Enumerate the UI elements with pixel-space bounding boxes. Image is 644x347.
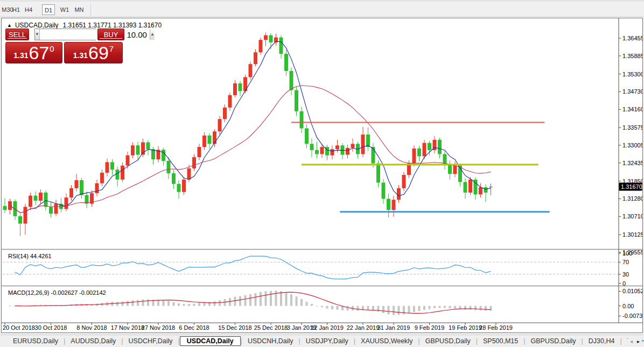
application-window: M30H1H4D1W1MN 1.364551.358851.353001.347… [0, 0, 644, 347]
timeframe-button-d1[interactable]: D1 [42, 4, 55, 15]
rsi-axis-label: 0 [622, 280, 626, 287]
buy-button[interactable]: BUY [97, 29, 124, 40]
tab-eurusd-daily[interactable]: EURUSD,Daily [8, 336, 64, 346]
sell-price-button[interactable]: 1.31 67 0 [5, 42, 62, 63]
timeframe-toolbar: M30H1H4D1W1MN [0, 0, 644, 17]
symbol-title: USDCAD,Daily [15, 22, 59, 29]
tab-scroll-right-icon[interactable]: ▸ [637, 338, 640, 344]
macd-axis-label: 0.010525 [622, 288, 642, 294]
price-axis-label: 1.33005 [622, 142, 642, 148]
price-axis-label: 1.35300 [622, 71, 642, 77]
sell-price-prefix: 1.31 [13, 51, 28, 60]
tab-scroll-arrows: ◂ ▸ [628, 335, 642, 347]
tab-gbpusd-daily[interactable]: GBPUSD,Daily [420, 336, 476, 346]
timeframe-button-w1[interactable]: W1 [58, 4, 71, 15]
symbol-tab-bar: EURUSD,Daily|AUDUSD,Daily|USDCHF,Daily|U… [0, 335, 644, 347]
price-axis-label: 1.34730 [622, 88, 642, 95]
volume-input[interactable] [40, 29, 150, 40]
buy-price-button[interactable]: 1.31 69 7 [64, 42, 123, 63]
date-axis-label: 22 Jan 2019 [347, 324, 380, 331]
price-axis: 1.364551.358851.353001.347301.341601.335… [619, 35, 642, 256]
price-axis-label: 1.30125 [622, 231, 642, 238]
date-axis-label: 8 Nov 2018 [76, 324, 107, 331]
macd-axis: 0.0105250.00-0.0073 [619, 288, 642, 319]
timeframe-button-h4[interactable]: H4 [23, 4, 34, 15]
tab-audusd-daily[interactable]: AUDUSD,Daily [65, 336, 121, 346]
date-axis-label: 20 Oct 2018 [3, 324, 35, 331]
tab-xauusd-weekly[interactable]: XAUUSD,Weekly [355, 336, 418, 346]
macd-indicator-label: MACD(12,26,9) -0.002627 -0.002142 [8, 289, 106, 296]
trend-lines-layer [291, 123, 550, 212]
rsi-line [15, 256, 491, 279]
price-axis-label: 1.34160 [622, 106, 642, 112]
date-axis-label: 30 Oct 2018 [35, 324, 67, 331]
date-axis-label: 6 Dec 2018 [179, 324, 209, 331]
sell-price-sup: 0 [50, 44, 54, 53]
price-axis-label: 1.35885 [622, 53, 642, 59]
sell-button[interactable]: SELL [5, 29, 29, 40]
volume-decrease-icon[interactable]: ▼ [35, 29, 40, 40]
price-axis-label: 1.30710 [622, 213, 642, 219]
date-axis-label: 19 Feb 2019 [449, 324, 482, 331]
collapse-triangle-icon[interactable]: ▲ [7, 23, 12, 28]
current-price-label: 1.31670 [621, 183, 642, 190]
price-axis-label: 1.36455 [622, 35, 642, 41]
current-price-tag: 1.31670 [619, 182, 642, 190]
price-axis-label: 1.33575 [622, 124, 642, 131]
chart-title: ▲ USDCAD,Daily 1.31651 1.31771 1.31393 1… [7, 22, 162, 29]
tab-usdjpy-daily[interactable]: USDJPY,Daily [300, 336, 354, 346]
sell-price-big: 67 [29, 44, 50, 62]
rsi-axis: 10070300 [619, 250, 632, 287]
rsi-gridlines [3, 262, 619, 274]
date-axis: 20 Oct 201830 Oct 20188 Nov 201817 Nov 2… [3, 323, 513, 331]
toolbar-separator [90, 4, 91, 16]
date-axis-label: 28 Feb 2019 [479, 324, 513, 331]
date-axis-label: 15 Dec 2018 [218, 324, 251, 331]
tab-usdcad-daily[interactable]: USDCAD,Daily [180, 336, 241, 346]
date-axis-label: 25 Dec 2018 [254, 324, 288, 331]
buy-price-big: 69 [88, 44, 109, 62]
ohlc-values: 1.31651 1.31771 1.31393 1.31670 [63, 22, 162, 29]
date-axis-label: 12 Jan 2019 [311, 324, 344, 331]
rsi-axis-label: 100 [622, 250, 632, 257]
buy-price-prefix: 1.31 [73, 51, 88, 60]
tab-usdchf-daily[interactable]: USDCHF,Daily [123, 336, 178, 346]
price-chart[interactable]: 1.364551.358851.353001.347301.341601.335… [2, 18, 642, 332]
date-axis-label: 17 Nov 2018 [111, 324, 144, 331]
date-axis-label: 27 Nov 2018 [142, 324, 175, 331]
tab-gbpusd-daily[interactable]: GBPUSD,Daily [526, 336, 582, 346]
price-axis-label: 1.32435 [622, 160, 642, 166]
chart-window[interactable]: 1.364551.358851.353001.347301.341601.335… [1, 18, 643, 333]
tab-scroll-left-icon[interactable]: ◂ [630, 338, 633, 344]
tab-dj30-h4[interactable]: DJ30,H4 [583, 336, 620, 346]
tab-usdcnh-daily[interactable]: USDCNH,Daily [242, 336, 299, 346]
macd-axis-label: 0.00 [622, 303, 634, 309]
date-axis-label: 31 Jan 2019 [377, 324, 410, 331]
macd-axis-label: -0.0073 [622, 313, 642, 319]
rsi-indicator-label: RSI(14) 44.4261 [8, 253, 52, 259]
timeframe-button-h1[interactable]: H1 [11, 4, 22, 15]
pane-separators [2, 18, 642, 323]
one-click-trade-panel: SELL ▼ ▲ BUY 1.31 67 0 1.31 69 7 [5, 29, 124, 63]
rsi-axis-label: 70 [622, 259, 629, 265]
rsi-axis-label: 30 [622, 271, 629, 278]
volume-spinner: ▼ ▲ [34, 29, 96, 40]
buy-price-sup: 7 [109, 44, 114, 53]
timeframe-button-mn[interactable]: MN [73, 4, 86, 15]
volume-increase-icon[interactable]: ▲ [150, 29, 155, 40]
price-axis-label: 1.31280 [622, 195, 642, 202]
tab-sp500-m15[interactable]: SP500,M15 [478, 336, 523, 346]
date-axis-label: 9 Feb 2019 [415, 324, 445, 331]
